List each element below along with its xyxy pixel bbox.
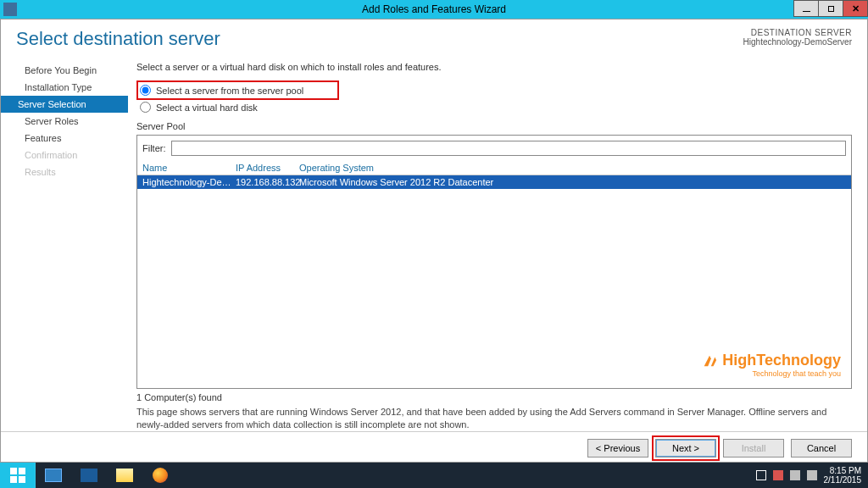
computers-found: 1 Computer(s) found [136, 392, 852, 402]
nav-results: Results [1, 164, 128, 180]
watermark-tagline: Technology that teach you [752, 369, 841, 378]
taskbar: 8:15 PM 2/11/2015 [0, 463, 868, 488]
page-title: Select destination server [16, 28, 220, 50]
next-button[interactable]: Next > [655, 439, 716, 458]
window-titlebar: Add Roles and Features Wizard ✕ [0, 0, 868, 19]
wizard-window: Select destination server DESTINATION SE… [0, 19, 868, 463]
nav-features[interactable]: Features [1, 130, 128, 147]
destination-info: DESTINATION SERVER Hightechnology-DemoSe… [743, 28, 852, 47]
taskbar-firefox[interactable] [142, 463, 178, 488]
taskbar-powershell[interactable] [71, 463, 107, 488]
wizard-nav: Before You Begin Installation Type Serve… [1, 55, 128, 431]
intro-text: Select a server or a virtual hard disk o… [136, 62, 852, 72]
nav-before-you-begin[interactable]: Before You Begin [1, 62, 128, 79]
action-center-icon[interactable] [756, 470, 766, 480]
tray-network-icon[interactable] [790, 470, 800, 480]
taskbar-clock[interactable]: 8:15 PM 2/11/2015 [824, 466, 862, 485]
filter-label: Filter: [142, 143, 166, 153]
taskbar-time: 8:15 PM [824, 466, 862, 475]
col-header-name[interactable]: Name [142, 163, 236, 173]
server-pool-label: Server Pool [136, 121, 852, 131]
explain-text: This page shows servers that are running… [136, 406, 843, 431]
cancel-button[interactable]: Cancel [791, 439, 852, 458]
radio-server-pool[interactable] [140, 85, 151, 96]
filter-input[interactable] [171, 141, 847, 156]
window-title: Add Roles and Features Wizard [0, 3, 868, 15]
radio-server-pool-highlight: Select a server from the server pool [136, 80, 339, 100]
nav-installation-type[interactable]: Installation Type [1, 79, 128, 96]
wizard-footer: < Previous Next > Install Cancel [1, 431, 867, 464]
taskbar-server-manager[interactable] [36, 463, 71, 488]
tray-icon-1[interactable] [773, 470, 783, 480]
destination-value: Hightechnology-DemoServer [743, 37, 852, 47]
server-grid-header: Name IP Address Operating System [137, 161, 851, 175]
server-row-name: Hightechnology-DemoS... [142, 177, 236, 187]
minimize-button[interactable] [793, 0, 819, 17]
nav-confirmation: Confirmation [1, 147, 128, 164]
windows-logo-icon [10, 468, 25, 483]
taskbar-explorer[interactable] [107, 463, 142, 488]
server-grid-body: Hightechnology-DemoS... 192.168.88.132 M… [137, 175, 851, 388]
previous-button[interactable]: < Previous [587, 439, 648, 458]
watermark-brand: HighTechnology [722, 352, 841, 369]
window-buttons: ✕ [794, 0, 868, 19]
install-button: Install [723, 439, 784, 458]
close-button[interactable]: ✕ [843, 0, 868, 17]
radio-vhd-label: Select a virtual hard disk [156, 103, 258, 113]
maximize-button[interactable] [818, 0, 843, 17]
nav-server-roles[interactable]: Server Roles [1, 113, 128, 130]
server-pool-box: Filter: Name IP Address Operating System… [136, 135, 852, 389]
wizard-header: Select destination server DESTINATION SE… [1, 19, 867, 55]
tray-volume-icon[interactable] [807, 470, 817, 480]
destination-label: DESTINATION SERVER [743, 28, 852, 37]
col-header-ip[interactable]: IP Address [236, 163, 299, 173]
server-row-ip: 192.168.88.132 [236, 177, 299, 187]
watermark-icon [702, 353, 717, 369]
server-row[interactable]: Hightechnology-DemoS... 192.168.88.132 M… [137, 175, 851, 189]
radio-vhd[interactable] [140, 102, 151, 113]
server-row-os: Microsoft Windows Server 2012 R2 Datacen… [299, 177, 846, 187]
watermark: HighTechnology Technology that teach you [722, 352, 841, 378]
nav-server-selection[interactable]: Server Selection [1, 96, 128, 113]
radio-server-pool-label: Select a server from the server pool [156, 86, 303, 96]
system-tray: 8:15 PM 2/11/2015 [749, 463, 869, 488]
start-button[interactable] [0, 463, 36, 488]
taskbar-date: 2/11/2015 [824, 475, 862, 485]
col-header-os[interactable]: Operating System [299, 163, 846, 173]
wizard-content: Select a server or a virtual hard disk o… [128, 55, 852, 431]
